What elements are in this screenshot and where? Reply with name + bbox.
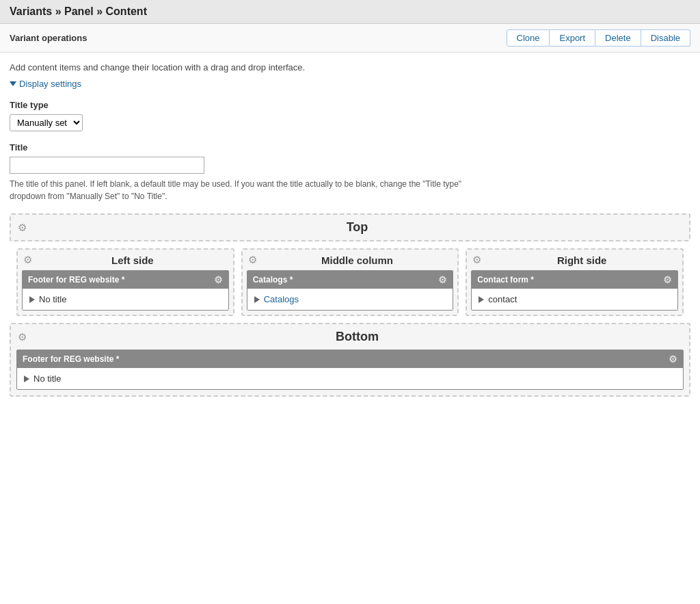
- title-label: Title: [10, 142, 690, 153]
- top-gear-icon[interactable]: ⚙: [18, 222, 27, 234]
- right-side-block-0-tri-icon: [479, 296, 484, 303]
- right-side-block-0: Contact form * ⚙ contact: [471, 270, 678, 311]
- right-side-header: ⚙ Right side: [467, 250, 682, 270]
- middle-column-title: Middle column: [262, 254, 453, 266]
- variant-operations-label: Variant operations: [10, 33, 87, 43]
- bottom-block-0-gear-icon[interactable]: ⚙: [669, 354, 677, 365]
- middle-block-0-tri-icon: [254, 296, 260, 303]
- breadcrumb: Variants » Panel » Content: [0, 0, 700, 24]
- left-side-block-0-body-text: No title: [39, 294, 66, 304]
- left-side-block-0-header-text: Footer for REG website *: [28, 275, 124, 285]
- bottom-section: ⚙ Bottom Footer for REG website * ⚙ No t…: [10, 323, 690, 397]
- title-field-group: Title The title of this panel. If left b…: [10, 142, 690, 202]
- middle-column-header: ⚙ Middle column: [243, 250, 458, 270]
- delete-button[interactable]: Delete: [595, 29, 641, 47]
- top-section-header: ⚙ Top: [11, 215, 689, 240]
- content-area: Add content items and change their locat…: [0, 53, 700, 413]
- bottom-block-0-body-text: No title: [33, 373, 61, 384]
- bottom-block-0-body: No title: [17, 368, 683, 389]
- left-side-block-0-body: No title: [23, 289, 228, 310]
- middle-block-0-gear-icon[interactable]: ⚙: [438, 274, 447, 285]
- right-side-block-0-gear-icon[interactable]: ⚙: [663, 274, 672, 285]
- middle-block-0-link[interactable]: Catalogs: [264, 294, 299, 304]
- middle-column-gear-icon[interactable]: ⚙: [248, 254, 257, 266]
- middle-column: ⚙ Middle column Catalogs * ⚙ Catalogs: [241, 248, 459, 316]
- middle-block-0-body: Catalogs: [247, 289, 453, 310]
- right-side-block-0-header: Contact form * ⚙: [472, 271, 677, 289]
- title-help-text: The title of this panel. If left blank, …: [10, 178, 488, 202]
- toolbar-buttons: Clone Export Delete Disable: [507, 29, 690, 47]
- title-input[interactable]: [10, 157, 204, 174]
- export-button[interactable]: Export: [550, 29, 595, 47]
- bottom-section-title: Bottom: [32, 330, 682, 344]
- right-side-column: ⚙ Right side Contact form * ⚙ contact: [466, 248, 684, 316]
- display-settings-label: Display settings: [19, 79, 81, 89]
- toolbar: Variant operations Clone Export Delete D…: [0, 24, 700, 53]
- bottom-gear-icon[interactable]: ⚙: [18, 331, 27, 343]
- right-side-title: Right side: [487, 254, 677, 266]
- left-side-title: Left side: [38, 254, 228, 266]
- right-side-block-0-body-text: contact: [488, 294, 517, 304]
- right-side-block-0-body: contact: [472, 289, 677, 310]
- triangle-down-icon: [10, 81, 16, 86]
- top-section: ⚙ Top: [10, 213, 690, 241]
- description-text: Add content items and change their locat…: [10, 62, 690, 73]
- title-type-select[interactable]: Manually set No Title Auto: [10, 114, 83, 131]
- middle-block-0: Catalogs * ⚙ Catalogs: [247, 270, 454, 311]
- left-side-column: ⚙ Left side Footer for REG website * ⚙ N…: [16, 248, 234, 316]
- left-side-block-0-tri-icon: [29, 296, 35, 303]
- middle-block-0-header: Catalogs * ⚙: [247, 271, 453, 289]
- left-side-gear-icon[interactable]: ⚙: [23, 254, 32, 266]
- columns-row: ⚙ Left side Footer for REG website * ⚙ N…: [10, 248, 690, 323]
- bottom-block-0: Footer for REG website * ⚙ No title: [16, 350, 684, 390]
- clone-button[interactable]: Clone: [507, 29, 550, 47]
- left-side-block-0: Footer for REG website * ⚙ No title: [22, 270, 229, 311]
- right-side-block-0-header-text: Contact form *: [477, 275, 534, 285]
- bottom-block-0-tri-icon: [24, 376, 29, 382]
- left-side-block-0-gear-icon[interactable]: ⚙: [214, 274, 223, 285]
- breadcrumb-title: Variants » Panel » Content: [10, 5, 690, 18]
- disable-button[interactable]: Disable: [641, 29, 690, 47]
- middle-block-0-header-text: Catalogs *: [253, 275, 293, 285]
- top-section-title: Top: [32, 220, 682, 235]
- left-side-block-0-header: Footer for REG website * ⚙: [23, 271, 228, 289]
- right-side-gear-icon[interactable]: ⚙: [472, 254, 481, 266]
- bottom-block-0-header-text: Footer for REG website *: [23, 354, 119, 364]
- title-type-field-group: Title type Manually set No Title Auto: [10, 100, 690, 131]
- page-wrapper: Variants » Panel » Content Variant opera…: [0, 0, 700, 604]
- title-type-label: Title type: [10, 100, 690, 110]
- display-settings-link[interactable]: Display settings: [10, 79, 81, 89]
- bottom-section-header: ⚙ Bottom: [11, 324, 689, 350]
- bottom-block-0-header: Footer for REG website * ⚙: [17, 350, 683, 368]
- left-side-header: ⚙ Left side: [18, 250, 233, 270]
